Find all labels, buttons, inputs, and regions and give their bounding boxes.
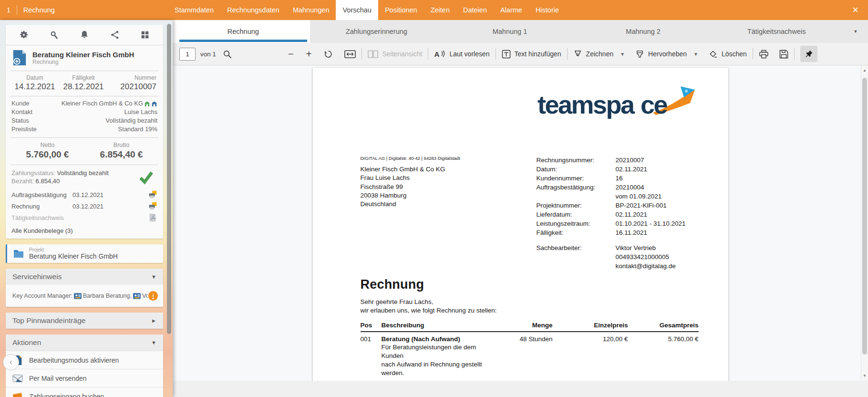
tab-historie[interactable]: Historie	[529, 0, 566, 20]
scroll-down-icon[interactable]: ▼	[861, 374, 868, 378]
company-header: Beratung Kleiner Fisch GmbH Rechnung	[6, 45, 163, 71]
topbar-left: 1 Rechnung	[0, 0, 168, 20]
company-badge-green-icon[interactable]	[144, 101, 150, 107]
chevron-down-icon[interactable]: ▼	[693, 52, 698, 57]
notifications-icon[interactable]	[79, 30, 90, 40]
share-icon[interactable]	[110, 30, 120, 40]
print-icon[interactable]	[148, 201, 157, 211]
section-servicehinweis[interactable]: Servicehinweis ▼	[6, 269, 163, 285]
pdf-viewport[interactable]: teamspa ce DIGITAL AG | Digitalstr. 40-4…	[173, 65, 868, 381]
add-text-icon	[502, 50, 511, 59]
detail-kunde: Kunde Kleiner Fisch GmbH & Co KG	[11, 99, 157, 108]
alert-icon	[148, 291, 158, 301]
doc-tab-rechnung[interactable]: Rechnung	[176, 20, 310, 43]
tab-mahnungen[interactable]: Mahnungen	[286, 0, 336, 20]
pdf-scrollbar[interactable]: ▲ ▼	[861, 65, 868, 381]
key-account-manager-1[interactable]: Barbara Beratung,	[83, 293, 132, 299]
rotate-icon[interactable]	[324, 50, 333, 59]
highlight-button[interactable]: Hervorheben ▼	[635, 50, 698, 59]
date-value: 14.12.2021	[10, 82, 59, 92]
erase-button[interactable]: Löschen	[709, 50, 747, 59]
action-book-payment[interactable]: Zahlungseingang buchen	[6, 387, 163, 397]
tab-stammdaten[interactable]: Stammdaten	[168, 0, 220, 20]
service-note-body: Key Account Manager: Barbara Beratung, V…	[6, 285, 163, 307]
search-icon[interactable]	[223, 50, 232, 59]
document-row-auftragsbestaetigung[interactable]: Auftragsbestätigung 03.12.2021	[11, 189, 157, 200]
doc-tab-mahnung-2[interactable]: Mahnung 2	[577, 20, 710, 43]
actions-card: Aktionen ▼ Bearbeitungsmodus aktivieren …	[6, 334, 163, 397]
read-aloud-button[interactable]: A Laut vorlesen	[434, 50, 489, 59]
invoice-page: teamspa ce DIGITAL AG | Digitalstr. 40-4…	[313, 68, 728, 381]
company-name: Beratung Kleiner Fisch GmbH	[32, 51, 134, 59]
sender-line: DIGITAL AG | Digitalstr. 40-42 | 64283 D…	[361, 156, 537, 161]
sidebar-scrollbar[interactable]	[167, 24, 171, 393]
zoom-out-button[interactable]: −	[288, 49, 294, 60]
action-send-mail[interactable]: Per Mail versenden	[6, 369, 163, 387]
service-note-card: Servicehinweis ▼ Key Account Manager: Ba…	[6, 269, 163, 307]
sidebar-scrollbar-thumb[interactable]	[167, 24, 171, 334]
read-aloud-icon: A	[434, 50, 445, 59]
section-top-pinnwandeintraege[interactable]: Top Pinnwandeinträge ►	[6, 313, 163, 329]
save-icon[interactable]	[779, 50, 788, 59]
doc-tab-mahnung-1[interactable]: Mahnung 1	[443, 20, 577, 43]
all-customer-documents-link[interactable]: Alle Kundenbelege (3)	[6, 226, 163, 239]
detail-kontakt: Kontakt Luise Lachs	[11, 108, 157, 116]
sidebar-collapse-button[interactable]: ‹	[3, 354, 19, 370]
document-row-taetigkeitsnachweis[interactable]: Tätigkeitsnachweis	[11, 212, 157, 223]
chevron-right-icon[interactable]: ►	[151, 318, 156, 324]
section-aktionen[interactable]: Aktionen ▼	[6, 334, 163, 351]
tab-alarme[interactable]: Alarme	[494, 0, 529, 20]
invoice-info-card: Beratung Kleiner Fisch GmbH Rechnung Dat…	[6, 25, 163, 239]
pdf-scrollbar-thumb[interactable]	[862, 78, 867, 355]
invoice-meta-block: Rechnungsnummer:20210007 Datum:02.11.202…	[537, 156, 699, 271]
payment-status-block: Zahlungsstatus: Vollständig bezahlt Beza…	[6, 165, 163, 188]
scroll-up-icon[interactable]: ▲	[861, 68, 868, 73]
print-icon[interactable]	[759, 50, 769, 59]
tab-zeiten[interactable]: Zeiten	[424, 0, 456, 20]
tab-positionen[interactable]: Positionen	[378, 0, 424, 20]
settings-icon[interactable]	[19, 30, 29, 40]
fit-width-icon[interactable]	[344, 50, 356, 59]
action-edit-mode[interactable]: Bearbeitungsmodus aktivieren	[6, 351, 163, 369]
project-name[interactable]: Beratung Kleiner Fisch GmbH	[29, 252, 118, 260]
record-count-badge: 1	[7, 6, 10, 14]
contact-card-icon[interactable]	[74, 293, 82, 299]
tab-vorschau[interactable]: Vorschau	[336, 0, 378, 20]
close-icon[interactable]: ×	[843, 0, 868, 20]
svg-text:teamspa: teamspa	[537, 90, 635, 119]
draw-button[interactable]: Zeichnen ▼	[573, 50, 625, 59]
status-value: Vollständig bezahlt	[106, 116, 157, 125]
document-row-rechnung[interactable]: Rechnung 03.12.2021	[11, 200, 157, 212]
record-type-label: Rechnung	[32, 59, 134, 65]
search-icon[interactable]	[49, 30, 59, 40]
bottom-strip	[173, 381, 868, 397]
pin-icon	[804, 50, 813, 59]
pin-toolbar-button[interactable]	[800, 46, 817, 62]
zoom-in-button[interactable]: +	[306, 49, 312, 60]
paid-value: 6.854,40	[36, 178, 60, 185]
tab-rechnungsdaten[interactable]: Rechnungsdaten	[220, 0, 286, 20]
company-badge-blue-icon[interactable]	[151, 101, 157, 107]
payment-card-icon	[12, 391, 23, 397]
project-card[interactable]: Projekt Beratung Kleiner Fisch GmbH	[6, 244, 163, 263]
page-number-input[interactable]	[179, 48, 196, 61]
chevron-down-icon[interactable]: ▼	[151, 340, 156, 345]
due-value: 28.12.2021	[59, 82, 108, 92]
apps-grid-icon[interactable]	[140, 30, 150, 40]
payment-status-value: Vollständig bezahlt	[57, 169, 108, 177]
contact-link[interactable]: Luise Lachs	[124, 108, 157, 116]
doc-tab-zahlungserinnerung[interactable]: Zahlungserinnerung	[310, 20, 444, 43]
customer-link[interactable]: Kleiner Fisch GmbH & Co KG	[62, 99, 143, 108]
doc-tab-taetigkeitsnachweis[interactable]: Tätigkeitsnachweis	[710, 20, 843, 43]
chevron-down-icon[interactable]: ▼	[151, 274, 156, 280]
summary-row: Datum14.12.2021 Fälligkeit28.12.2021 Num…	[6, 71, 163, 96]
totals-row: Netto5.760,00 € Brutto6.854,40 €	[6, 138, 163, 165]
tab-dateien[interactable]: Dateien	[456, 0, 494, 20]
contact-card-icon[interactable]	[133, 293, 141, 299]
doc-tabs-dropdown-icon[interactable]: ▼	[843, 20, 868, 43]
chevron-down-icon[interactable]: ▼	[620, 52, 625, 57]
print-icon[interactable]	[148, 190, 157, 199]
sidebar-icon-row	[6, 25, 163, 45]
add-text-button[interactable]: Text hinzufügen	[502, 50, 561, 59]
key-account-manager-2[interactable]: Vol…	[142, 293, 148, 299]
